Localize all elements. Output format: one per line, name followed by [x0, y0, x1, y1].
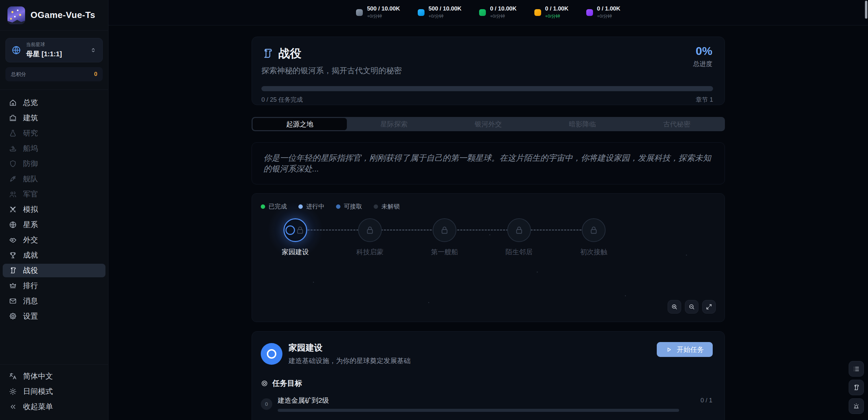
sidebar-item-icon [9, 221, 17, 229]
resource-item: 0 / 1.00K +0/分钟 [586, 6, 620, 19]
objectives-header: 任务目标 [261, 378, 713, 388]
quest-node[interactable]: 家园建设 [258, 218, 333, 257]
lock-icon [514, 225, 524, 235]
quest-node[interactable]: 第一艘船 [407, 218, 482, 257]
sidebar-item[interactable]: 外交 [3, 233, 105, 247]
target-icon [261, 380, 268, 387]
sidebar-item[interactable]: 船坞 [3, 142, 105, 155]
resource-text: 500 / 10.00K +0/分钟 [367, 6, 400, 19]
sidebar-item-icon [9, 312, 17, 320]
sidebar-item[interactable]: 舰队 [3, 172, 105, 186]
quest-active-ring [285, 225, 295, 235]
chapter-tab-label: 起源之地 [286, 120, 313, 129]
list-icon [853, 365, 860, 373]
resource-text: 0 / 1.00K +0/分钟 [597, 6, 620, 19]
sidebar-item-icon [9, 160, 17, 168]
lock-icon [589, 225, 599, 235]
chapter-tab[interactable]: 古代秘密 [630, 118, 724, 130]
quest-node[interactable]: 初次接触 [556, 218, 631, 257]
sidebar-item[interactable]: 设置 [3, 309, 105, 323]
sidebar-item[interactable]: 建筑 [3, 111, 105, 125]
lock-icon [295, 225, 305, 235]
quest-node[interactable]: 陌生邻居 [482, 218, 556, 257]
chevron-updown-icon [90, 46, 97, 54]
star-speck [625, 295, 626, 296]
main-content: 战役 探索神秘的银河系，揭开古代文明的秘密 0% 总进度 0 / 25 任务完成… [108, 25, 868, 420]
sidebar-footer-item[interactable]: 日间模式 [3, 385, 105, 398]
sidebar-item[interactable]: 模拟 [3, 203, 105, 216]
chapter-tab-label: 暗影降临 [569, 120, 596, 129]
sidebar-item-label: 消息 [23, 296, 38, 306]
sidebar-item[interactable]: 成就 [3, 248, 105, 262]
sidebar-item-label: 军官 [23, 189, 38, 199]
quest-node-label: 陌生邻居 [506, 247, 533, 257]
campaign-title-row: 战役 [261, 46, 713, 61]
quest-node[interactable]: 科技启蒙 [333, 218, 407, 257]
total-score-card: 总积分 0 [5, 67, 103, 81]
start-task-label: 开始任务 [677, 345, 704, 354]
star-speck [313, 282, 314, 283]
quest-node-circle [283, 218, 307, 242]
sidebar-item[interactable]: 战役 [3, 264, 105, 277]
sidebar-item[interactable]: 消息 [3, 294, 105, 308]
sidebar-item[interactable]: 排行 [3, 279, 105, 293]
sidebar: OGame-Vue-Ts 当前星球 母星 [1:1:1] 总积分 0 总览 [0, 0, 108, 420]
sidebar-item-label: 舰队 [23, 174, 38, 184]
sidebar-item[interactable]: 防御 [3, 157, 105, 171]
sidebar-item[interactable]: 星系 [3, 218, 105, 232]
campaign-progress-meta: 0 / 25 任务完成 章节 1 [261, 96, 713, 104]
chapter-tab[interactable]: 暗影降临 [535, 118, 630, 130]
quest-log-button[interactable] [849, 380, 864, 395]
objective-list-button[interactable] [849, 361, 864, 377]
crystal-resource-icon [418, 9, 425, 16]
metal-resource-icon [356, 9, 363, 16]
start-task-button[interactable]: 开始任务 [657, 342, 713, 357]
lock-icon [365, 225, 375, 235]
sidebar-footer-item[interactable]: 简体中文 [3, 369, 105, 383]
resource-rate: +0/分钟 [545, 13, 569, 19]
sidebar-item-icon [9, 251, 17, 259]
sidebar-item[interactable]: 总览 [3, 96, 105, 109]
map-controls [668, 300, 716, 314]
campaign-progress-bar [261, 86, 713, 91]
objective-progress-bar [278, 409, 679, 412]
zoom-in-button[interactable] [668, 300, 681, 314]
energy-resource-icon [534, 9, 541, 16]
zoom-out-button[interactable] [685, 300, 698, 314]
sidebar-item-icon [9, 205, 17, 214]
legend-item: 未解锁 [374, 202, 400, 211]
sidebar-footer-label: 收起菜单 [23, 402, 53, 412]
resource-bar: 500 / 10.00K +0/分钟 500 / 10.00K +0/分钟 0 … [108, 0, 868, 25]
sidebar-item-icon [9, 99, 17, 107]
planet-globe-icon [11, 45, 21, 55]
sidebar-item-icon [9, 236, 17, 244]
legend-label: 可接取 [344, 202, 362, 211]
chapter-tab[interactable]: 起源之地 [253, 118, 347, 130]
task-status-icon [261, 343, 282, 365]
fullscreen-button[interactable] [702, 300, 716, 314]
alert-button[interactable] [849, 398, 864, 414]
campaign-progress-label: 总进度 [693, 60, 712, 68]
chapter-tab[interactable]: 星际探索 [347, 118, 441, 130]
planet-selector[interactable]: 当前星球 母星 [1:1:1] [5, 38, 103, 62]
story-card: 你是一位年轻的星际指挥官，刚刚获得了属于自己的第一颗星球。在这片陌生的宇宙中，你… [252, 142, 725, 184]
scrollbar-thumb[interactable] [865, 1, 867, 19]
sidebar-item[interactable]: 研究 [3, 126, 105, 140]
planet-selector-text: 当前星球 母星 [1:1:1] [26, 42, 85, 59]
quest-node-label: 科技启蒙 [356, 247, 383, 257]
resource-item: 500 / 10.00K +0/分钟 [418, 6, 461, 19]
sidebar-item-icon [9, 190, 17, 198]
sidebar-item-icon [9, 266, 17, 275]
resource-value: 500 / 10.00K [429, 6, 461, 12]
quest-node-circle [582, 218, 606, 242]
tasks-completed-text: 0 / 25 任务完成 [261, 96, 303, 104]
sidebar-footer-item[interactable]: 收起菜单 [3, 400, 105, 414]
planet-selector-label: 当前星球 [26, 42, 85, 48]
chapter-tab[interactable]: 银河外交 [441, 118, 535, 130]
legend-label: 未解锁 [381, 202, 400, 211]
objectives-title: 任务目标 [272, 378, 302, 388]
sidebar-item[interactable]: 军官 [3, 187, 105, 201]
story-text: 你是一位年轻的星际指挥官，刚刚获得了属于自己的第一颗星球。在这片陌生的宇宙中，你… [263, 153, 713, 174]
chapter-tabs: 起源之地 星际探索 银河外交 暗影降临 古代秘密 [252, 117, 725, 131]
sidebar-item-icon [9, 282, 17, 290]
